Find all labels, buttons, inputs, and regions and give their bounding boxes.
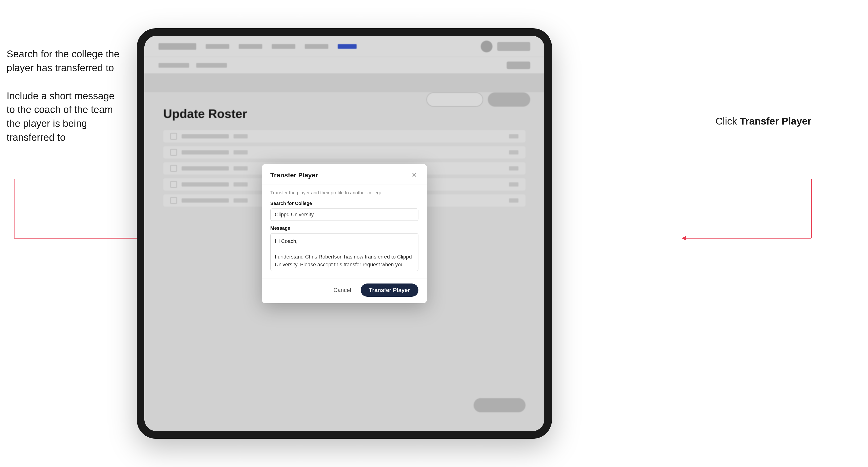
modal-title: Transfer Player [270, 172, 318, 179]
cancel-button[interactable]: Cancel [329, 284, 356, 296]
modal-subtitle: Transfer the player and their profile to… [270, 190, 418, 195]
message-label: Message [270, 225, 418, 231]
modal-footer: Cancel Transfer Player [262, 279, 427, 303]
message-textarea[interactable] [270, 233, 418, 271]
svg-marker-5 [682, 236, 686, 241]
annotation-search-text: Search for the college the player has tr… [7, 47, 120, 75]
annotation-message-text: Include a short message to the coach of … [7, 89, 120, 145]
transfer-player-button[interactable]: Transfer Player [361, 283, 418, 297]
modal-body: Transfer the player and their profile to… [262, 184, 427, 279]
tablet-frame: Update Roster [137, 28, 552, 439]
search-college-input[interactable] [270, 209, 418, 221]
search-college-label: Search for College [270, 201, 418, 206]
annotation-transfer-bold: Transfer Player [740, 116, 811, 127]
annotation-left: Search for the college the player has tr… [7, 47, 120, 145]
annotation-right: Click Transfer Player [716, 116, 811, 127]
modal-close-button[interactable]: ✕ [410, 171, 418, 180]
annotation-click-text: Click [716, 116, 740, 127]
transfer-player-modal: Transfer Player ✕ Transfer the player an… [262, 164, 427, 303]
modal-header: Transfer Player ✕ [262, 164, 427, 184]
modal-overlay: Transfer Player ✕ Transfer the player an… [144, 36, 545, 431]
tablet-screen: Update Roster [144, 36, 545, 431]
